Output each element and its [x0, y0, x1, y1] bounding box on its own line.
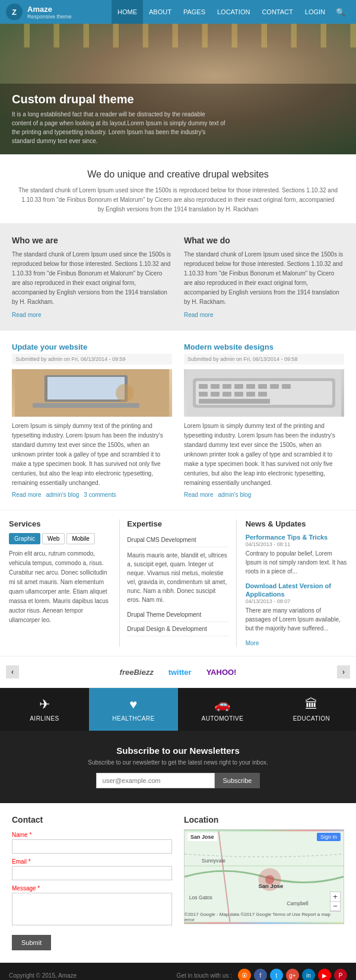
nav-pages[interactable]: PAGES — [177, 0, 211, 24]
expertise-item-1: Drupal CMS Development — [127, 533, 228, 547]
header: Z Amaze Responsive theme HOME ABOUT PAGE… — [0, 0, 356, 24]
newsletter-email-input[interactable] — [96, 773, 215, 788]
location-col: Location Sunnyvale San Jose Los Gatos Ca… — [184, 815, 344, 950]
logo-icon: Z — [6, 4, 23, 20]
expertise-title: Expertise — [127, 519, 228, 528]
svg-text:San Jose: San Jose — [258, 883, 283, 889]
message-label: Message * — [12, 885, 172, 892]
map-sign-in[interactable]: Sign In — [317, 833, 341, 841]
partners-prev[interactable]: ‹ — [6, 665, 19, 678]
services-col: Services Graphic Web Mobile Proin elit a… — [9, 519, 110, 647]
industry-airlines[interactable]: ✈ AIRLINES — [0, 688, 89, 731]
blog-2-title: Modern website designs — [184, 342, 344, 351]
hero-lights — [0, 24, 356, 47]
svg-rect-9 — [211, 384, 220, 389]
healthcare-label: HEALTHCARE — [112, 715, 155, 722]
search-icon[interactable]: 🔍 — [331, 0, 350, 24]
facebook-icon[interactable]: f — [254, 969, 267, 980]
footer: Copyright © 2015, Amaze Get in touch wit… — [0, 963, 356, 980]
intro-section: We do unique and creative drupal website… — [0, 154, 356, 224]
contact-col: Contact Name * Email * Message * Submit — [12, 815, 172, 950]
nav-login[interactable]: LOGIN — [299, 0, 331, 24]
svg-text:Los Gatos: Los Gatos — [189, 895, 212, 900]
healthcare-icon: ♥ — [129, 697, 138, 712]
brand-tagline: Responsive theme — [27, 14, 72, 20]
blog-1-comments[interactable]: 3 comments — [84, 491, 116, 498]
industry-education[interactable]: 🏛 EDUCATION — [267, 688, 356, 731]
map-city-label: San Jose — [187, 833, 217, 841]
linkedin-icon[interactable]: in — [302, 969, 315, 980]
svg-rect-13 — [258, 384, 267, 389]
name-input[interactable] — [12, 839, 172, 854]
youtube-icon[interactable]: ▶ — [318, 969, 331, 980]
partner-twitter: twitter — [169, 668, 192, 677]
blog-1-admin[interactable]: admin's blog — [46, 491, 79, 498]
newsletter-title: Subscribe to our Newsletters — [12, 746, 344, 756]
news-1-title[interactable]: Performance Tips & Tricks — [246, 534, 328, 541]
nav-contact[interactable]: CONTACT — [256, 0, 298, 24]
education-icon: 🏛 — [305, 697, 319, 712]
news-item-1: Performance Tips & Tricks 04/15/2013 - 0… — [246, 533, 347, 576]
blog-1-links: Read more admin's blog 3 comments — [12, 491, 172, 498]
industry-healthcare[interactable]: ♥ HEALTHCARE — [89, 688, 178, 731]
blog-1-read-more[interactable]: Read more — [12, 491, 41, 498]
partners-bar: ‹ freeBiezz twitter YAHOO! › — [0, 656, 356, 688]
services-text: Proin elit arcu, rutrum commodo, vehicul… — [9, 549, 110, 625]
footer-social: Get in touch with us : ⦿ f t g+ in ▶ P — [177, 969, 347, 980]
what-we-do-text: The standard chunk of Lorem Ipsum used s… — [184, 250, 344, 307]
what-we-do-read-more[interactable]: Read more — [184, 312, 213, 318]
about-section: Who we are The standard chunk of Lorem I… — [0, 224, 356, 331]
blog-2-admin[interactable]: admin's blog — [218, 491, 251, 498]
tab-graphic[interactable]: Graphic — [9, 533, 40, 544]
expertise-col: Expertise Drupal CMS Development Mauris … — [119, 519, 236, 647]
blog-post-1: Update your website Submitted by admin o… — [12, 342, 172, 498]
who-we-are-col: Who we are The standard chunk of Lorem I… — [12, 236, 172, 319]
map: Sunnyvale San Jose Los Gatos Campbell Sa… — [184, 829, 344, 924]
rss-icon[interactable]: ⦿ — [238, 969, 251, 980]
who-we-are-read-more[interactable]: Read more — [12, 312, 41, 318]
blog-2-image — [184, 369, 344, 417]
industry-bar: ✈ AIRLINES ♥ HEALTHCARE 🚗 AUTOMOTIVE 🏛 E… — [0, 688, 356, 731]
what-we-do-title: What we do — [184, 236, 344, 245]
news-more-link[interactable]: More — [246, 640, 259, 646]
zoom-in-button[interactable]: + — [330, 892, 340, 902]
nav-about[interactable]: ABOUT — [143, 0, 177, 24]
expertise-item-3: Drupal Design & Development — [127, 622, 228, 636]
zoom-out-button[interactable]: − — [330, 902, 340, 911]
contact-submit-button[interactable]: Submit — [12, 935, 51, 950]
blog-2-read-more[interactable]: Read more — [184, 491, 213, 498]
pinterest-icon[interactable]: P — [334, 969, 347, 980]
svg-rect-15 — [282, 384, 291, 389]
location-title: Location — [184, 815, 344, 824]
brand-name: Amaze — [27, 5, 72, 14]
nav-home[interactable]: HOME — [112, 0, 143, 24]
svg-rect-8 — [199, 384, 208, 389]
twitter-icon[interactable]: t — [270, 969, 283, 980]
googleplus-icon[interactable]: g+ — [286, 969, 299, 980]
education-label: EDUCATION — [293, 715, 330, 722]
services-tabs: Graphic Web Mobile — [9, 533, 110, 544]
hero-content: Custom drupal theme It is a long establi… — [0, 84, 356, 154]
email-field: Email * — [12, 858, 172, 880]
expertise-desc-1: Mauris mauris ante, blandit et, ultrices… — [127, 547, 228, 608]
blog-2-text: Lorem Ipsum is simply dummy text of the … — [184, 421, 344, 488]
email-input[interactable] — [12, 866, 172, 880]
nav-location[interactable]: LOCATION — [211, 0, 256, 24]
industry-automotive[interactable]: 🚗 AUTOMOTIVE — [178, 688, 267, 731]
footer-social-label: Get in touch with us : — [177, 972, 232, 979]
svg-rect-24 — [185, 865, 344, 867]
blog-1-image — [12, 369, 172, 417]
partners-next[interactable]: › — [337, 665, 350, 678]
message-textarea[interactable] — [12, 893, 172, 925]
tab-web[interactable]: Web — [42, 533, 65, 544]
news-item-2: Download Latest Version of Applications … — [246, 582, 347, 633]
news-2-title[interactable]: Download Latest Version of Applications — [246, 582, 331, 598]
svg-rect-11 — [234, 384, 243, 389]
services-section: Services Graphic Web Mobile Proin elit a… — [0, 510, 356, 656]
partner-logos: freeBiezz twitter YAHOO! — [31, 668, 325, 677]
contact-title: Contact — [12, 815, 172, 824]
tab-mobile[interactable]: Mobile — [66, 533, 94, 544]
newsletter-subscribe-button[interactable]: Subscribe — [215, 773, 260, 788]
footer-copyright: Copyright © 2015, Amaze — [9, 972, 177, 979]
name-label: Name * — [12, 832, 172, 838]
